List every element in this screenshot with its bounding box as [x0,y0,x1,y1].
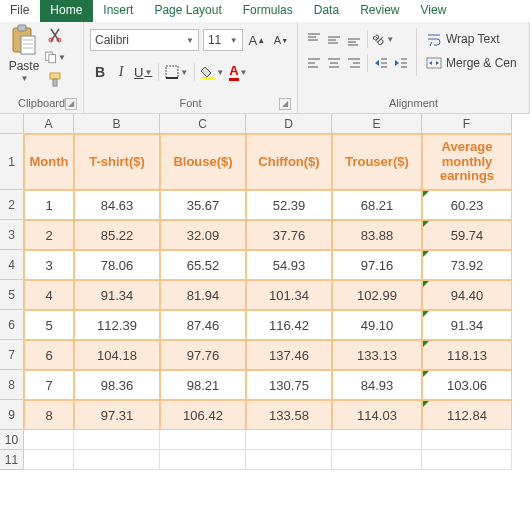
cell[interactable]: 106.42 [160,400,246,430]
cell[interactable]: 137.46 [246,340,332,370]
cell[interactable] [422,430,512,450]
cell[interactable] [332,450,422,470]
font-color-button[interactable]: A▼ [227,61,249,83]
align-middle-button[interactable] [324,28,344,50]
row-header[interactable]: 5 [0,280,24,310]
tab-data[interactable]: Data [304,0,350,22]
cell[interactable]: 60.23 [422,190,512,220]
cell[interactable] [246,430,332,450]
cell-header-chiffon[interactable]: Chiffon($) [246,134,332,190]
cell[interactable] [422,450,512,470]
col-header-b[interactable]: B [74,114,160,134]
cell[interactable]: 35.67 [160,190,246,220]
cell[interactable]: 98.21 [160,370,246,400]
increase-indent-button[interactable] [391,52,411,74]
cell[interactable]: 78.06 [74,250,160,280]
row-header[interactable]: 6 [0,310,24,340]
cell[interactable]: 97.76 [160,340,246,370]
font-name-select[interactable]: Calibri▼ [90,29,199,51]
borders-button[interactable]: ▼ [163,61,190,83]
cell[interactable]: 73.92 [422,250,512,280]
row-header[interactable]: 1 [0,134,24,190]
cell[interactable] [246,450,332,470]
cell[interactable] [24,450,74,470]
cell[interactable]: 8 [24,400,74,430]
col-header-d[interactable]: D [246,114,332,134]
cut-button[interactable] [44,24,66,46]
orientation-button[interactable]: ab▼ [371,28,396,50]
row-header[interactable]: 8 [0,370,24,400]
cell-header-trouser[interactable]: Trouser($) [332,134,422,190]
align-center-button[interactable] [324,52,344,74]
cell[interactable]: 7 [24,370,74,400]
cell[interactable]: 91.34 [422,310,512,340]
cell[interactable]: 2 [24,220,74,250]
col-header-c[interactable]: C [160,114,246,134]
cell[interactable]: 103.06 [422,370,512,400]
cell[interactable]: 52.39 [246,190,332,220]
cell[interactable] [74,430,160,450]
cell[interactable]: 85.22 [74,220,160,250]
fill-color-button[interactable]: ▼ [199,61,226,83]
tab-review[interactable]: Review [350,0,410,22]
cell[interactable]: 65.52 [160,250,246,280]
row-header[interactable]: 9 [0,400,24,430]
italic-button[interactable]: I [111,61,131,83]
format-painter-button[interactable] [44,68,66,90]
cell-header-avg[interactable]: Average monthly earnings [422,134,512,190]
cell[interactable]: 84.93 [332,370,422,400]
row-header[interactable]: 3 [0,220,24,250]
align-bottom-button[interactable] [344,28,364,50]
cell[interactable]: 91.34 [74,280,160,310]
tab-view[interactable]: View [411,0,458,22]
cell[interactable]: 114.03 [332,400,422,430]
font-launcher[interactable]: ◢ [279,98,291,110]
decrease-indent-button[interactable] [371,52,391,74]
cell[interactable]: 49.10 [332,310,422,340]
cell[interactable] [24,430,74,450]
cell[interactable]: 133.13 [332,340,422,370]
cell[interactable]: 54.93 [246,250,332,280]
select-all-corner[interactable] [0,114,24,134]
wrap-text-button[interactable]: Wrap Text [422,28,521,50]
tab-formulas[interactable]: Formulas [233,0,304,22]
cell[interactable]: 68.21 [332,190,422,220]
cell[interactable]: 118.13 [422,340,512,370]
row-header[interactable]: 7 [0,340,24,370]
tab-insert[interactable]: Insert [93,0,144,22]
tab-file[interactable]: File [0,0,40,22]
cell[interactable] [160,450,246,470]
cell-header-tshirt[interactable]: T-shirt($) [74,134,160,190]
cell-header-month[interactable]: Month [24,134,74,190]
cell[interactable]: 97.16 [332,250,422,280]
cell[interactable]: 5 [24,310,74,340]
col-header-a[interactable]: A [24,114,74,134]
cell[interactable] [160,430,246,450]
cell[interactable]: 3 [24,250,74,280]
align-right-button[interactable] [344,52,364,74]
cell[interactable]: 104.18 [74,340,160,370]
tab-home[interactable]: Home [40,0,93,22]
cell[interactable]: 130.75 [246,370,332,400]
cell[interactable]: 84.63 [74,190,160,220]
underline-button[interactable]: U▼ [132,61,154,83]
col-header-e[interactable]: E [332,114,422,134]
cell[interactable]: 4 [24,280,74,310]
cell[interactable]: 101.34 [246,280,332,310]
cell-header-blouse[interactable]: Blouse($) [160,134,246,190]
clipboard-launcher[interactable]: ◢ [65,98,77,110]
cell[interactable]: 116.42 [246,310,332,340]
cell[interactable]: 102.99 [332,280,422,310]
cell[interactable]: 97.31 [74,400,160,430]
align-top-button[interactable] [304,28,324,50]
increase-font-button[interactable]: A▲ [247,29,267,51]
cell[interactable]: 112.39 [74,310,160,340]
merge-center-button[interactable]: Merge & Cen [422,52,521,74]
chevron-down-icon[interactable]: ▼ [21,74,29,83]
cell[interactable]: 94.40 [422,280,512,310]
cell[interactable] [332,430,422,450]
decrease-font-button[interactable]: A▼ [271,29,291,51]
row-header[interactable]: 4 [0,250,24,280]
cell[interactable]: 81.94 [160,280,246,310]
row-header[interactable]: 2 [0,190,24,220]
